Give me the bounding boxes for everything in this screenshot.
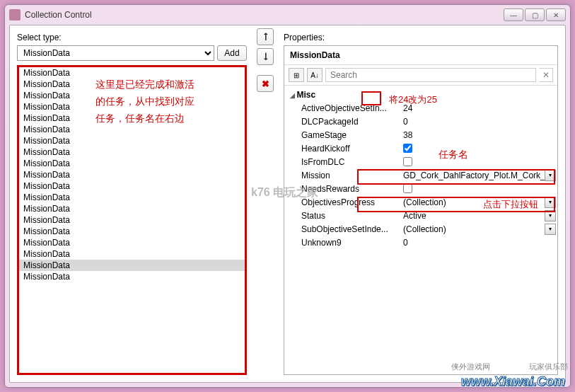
side-buttons: 🠕 🠗 ✖ bbox=[254, 25, 277, 382]
categorize-icon[interactable]: ⊞ bbox=[289, 68, 304, 82]
list-item[interactable]: MissionData bbox=[19, 146, 245, 158]
sort-icon[interactable]: A↓ bbox=[307, 68, 323, 82]
list-item[interactable]: MissionData bbox=[19, 158, 245, 169]
watermark-right: 玩家俱乐部 bbox=[529, 362, 568, 372]
list-item[interactable]: MissionData bbox=[19, 260, 245, 271]
prop-row-dlc-package[interactable]: DLCPackageId 0 bbox=[284, 115, 557, 128]
active-objective-input[interactable] bbox=[403, 103, 554, 113]
app-icon bbox=[9, 9, 21, 21]
sub-objective-dropdown-icon[interactable]: ▾ bbox=[545, 224, 556, 235]
prop-row-heard-kickoff[interactable]: HeardKickoff bbox=[284, 142, 557, 155]
move-down-button[interactable]: 🠗 bbox=[257, 48, 274, 65]
window-title: Collection Control bbox=[25, 10, 504, 20]
prop-row-sub-objective[interactable]: SubObjectiveSetInde... (Collection)▾ bbox=[284, 222, 557, 236]
list-item[interactable]: MissionData bbox=[19, 67, 245, 79]
properties-label: Properties: bbox=[284, 33, 558, 42]
list-item[interactable]: MissionData bbox=[19, 113, 245, 124]
watermark-left: 侠外游戏网 bbox=[451, 362, 490, 372]
select-type-label: Select type: bbox=[17, 33, 247, 42]
list-item[interactable]: MissionData bbox=[19, 203, 245, 214]
prop-row-is-from-dlc[interactable]: IsFromDLC bbox=[284, 155, 557, 168]
list-item[interactable]: MissionData bbox=[19, 180, 245, 192]
content: Select type: MissionData Add MissionData… bbox=[9, 25, 566, 383]
list-item[interactable]: MissionData bbox=[19, 135, 245, 146]
window: Collection Control — ▢ ✕ Select type: Mi… bbox=[4, 4, 571, 388]
list-item[interactable]: MissionData bbox=[19, 226, 245, 237]
is-from-dlc-checkbox[interactable] bbox=[403, 157, 412, 166]
list-item[interactable]: MissionData bbox=[19, 90, 245, 101]
prop-row-mission[interactable]: Mission ▾ bbox=[284, 168, 557, 182]
right-panel: Properties: MissionData ⊞ A↓ ✕ Misc Acti… bbox=[277, 25, 565, 382]
list-container: MissionDataMissionDataMissionDataMission… bbox=[17, 65, 247, 375]
list-item[interactable]: MissionData bbox=[19, 192, 245, 203]
list-item[interactable]: MissionData bbox=[19, 237, 245, 248]
add-button[interactable]: Add bbox=[217, 45, 247, 61]
delete-button[interactable]: ✖ bbox=[257, 75, 274, 92]
mission-dropdown-icon[interactable]: ▾ bbox=[545, 170, 556, 181]
clear-search-icon[interactable]: ✕ bbox=[539, 68, 553, 82]
property-toolbar: ⊞ A↓ ✕ bbox=[284, 65, 557, 86]
objectives-dropdown-icon[interactable]: ▾ bbox=[545, 197, 556, 208]
list-item[interactable]: MissionData bbox=[19, 248, 245, 260]
needs-rewards-checkbox[interactable] bbox=[403, 184, 412, 193]
property-header: MissionData bbox=[284, 46, 557, 65]
list-item[interactable]: MissionData bbox=[19, 101, 245, 113]
prop-row-needs-rewards[interactable]: NeedsRewards bbox=[284, 182, 557, 195]
property-grid: MissionData ⊞ A↓ ✕ Misc ActiveObjectiveS… bbox=[284, 45, 558, 375]
move-up-button[interactable]: 🠕 bbox=[257, 28, 274, 45]
heard-kickoff-checkbox[interactable] bbox=[403, 144, 412, 153]
watermark-url: www.Xiawai.Com bbox=[461, 374, 565, 389]
maximize-button[interactable]: ▢ bbox=[525, 8, 545, 21]
list-item[interactable]: MissionData bbox=[19, 214, 245, 226]
prop-row-unknown9[interactable]: Unknown9 0 bbox=[284, 236, 557, 249]
prop-row-active-objective[interactable]: ActiveObjectiveSetIn... bbox=[284, 101, 557, 115]
mission-input[interactable] bbox=[403, 171, 554, 180]
prop-row-game-stage[interactable]: GameStage 38 bbox=[284, 128, 557, 142]
list-item[interactable]: MissionData bbox=[19, 271, 245, 282]
property-body: Misc ActiveObjectiveSetIn... DLCPackageI… bbox=[284, 86, 557, 374]
list-item[interactable]: MissionData bbox=[19, 169, 245, 180]
minimize-button[interactable]: — bbox=[504, 8, 523, 21]
titlebar: Collection Control — ▢ ✕ bbox=[5, 5, 570, 25]
list-item[interactable]: MissionData bbox=[19, 79, 245, 90]
listbox[interactable]: MissionDataMissionDataMissionDataMission… bbox=[19, 67, 245, 373]
list-item[interactable]: MissionData bbox=[19, 124, 245, 135]
search-input[interactable] bbox=[325, 68, 536, 82]
type-select[interactable]: MissionData bbox=[17, 45, 214, 61]
category-misc[interactable]: Misc bbox=[284, 88, 557, 101]
prop-row-objectives-progress[interactable]: ObjectivesProgress (Collection)▾ bbox=[284, 195, 557, 209]
close-button[interactable]: ✕ bbox=[546, 8, 566, 21]
status-dropdown-icon[interactable]: ▾ bbox=[545, 210, 556, 221]
prop-row-status[interactable]: Status Active▾ bbox=[284, 209, 557, 222]
left-panel: Select type: MissionData Add MissionData… bbox=[10, 25, 254, 382]
